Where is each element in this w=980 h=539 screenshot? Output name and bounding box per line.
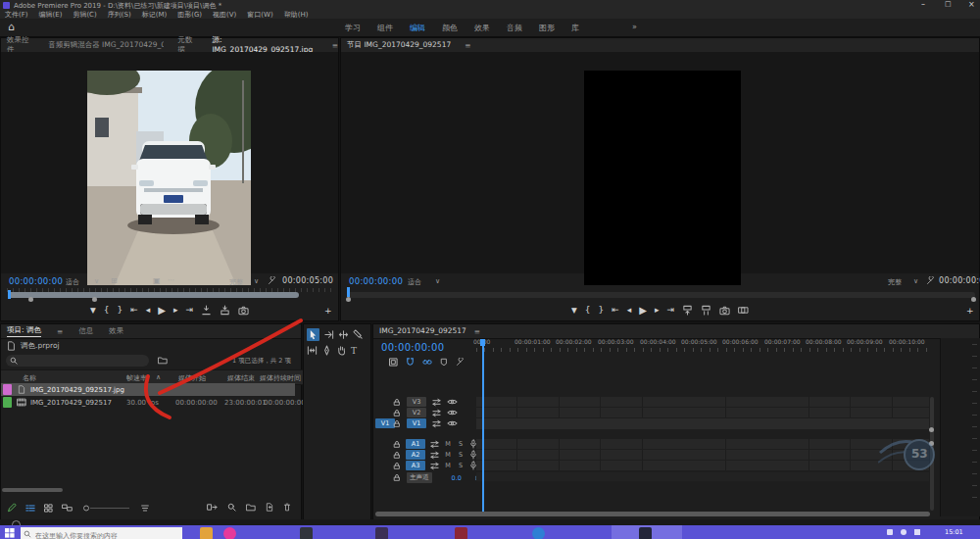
source-scroll-handle-left[interactable]	[28, 297, 33, 302]
new-bin-icon[interactable]	[246, 503, 256, 512]
sync-lock-icon[interactable]	[432, 419, 441, 428]
track-lane-v3[interactable]	[476, 397, 929, 407]
lock-icon[interactable]	[393, 451, 401, 460]
master-level-value[interactable]: 0.0	[452, 474, 462, 482]
hand-tool[interactable]	[336, 345, 347, 356]
selection-tool[interactable]	[307, 328, 319, 341]
taskbar-app-dark2[interactable]	[375, 527, 388, 539]
timeline-timecode[interactable]: 00:00:00:00	[381, 342, 444, 353]
label-color-chip[interactable]	[3, 384, 12, 395]
menu-graphics[interactable]: 图形(G)	[177, 10, 202, 20]
source-scroll-handle-right[interactable]	[92, 297, 97, 302]
timeline-vscrollbar[interactable]	[930, 397, 934, 511]
column-name[interactable]: 名称	[23, 373, 36, 383]
go-to-in-button[interactable]: ⇤	[612, 306, 619, 315]
menu-file[interactable]: 文件(F)	[5, 10, 28, 20]
zoom-slider[interactable]	[82, 504, 131, 513]
close-button[interactable]: ×	[968, 0, 975, 9]
source-quality-dropdown-icon[interactable]: ∨	[254, 277, 259, 285]
source-zoom-dropdown-icon[interactable]: ∨	[94, 277, 99, 285]
source-playhead[interactable]	[8, 290, 11, 299]
linked-selection-icon[interactable]	[422, 358, 432, 367]
track-header-master[interactable]: 主声道 0.0 ⋈	[393, 472, 482, 483]
track-select-forward-tool[interactable]	[323, 329, 334, 340]
writable-pencil-icon[interactable]	[7, 503, 17, 513]
track-label[interactable]: A2	[406, 450, 425, 460]
menu-view[interactable]: 视图(V)	[213, 10, 236, 20]
sync-lock-icon[interactable]	[430, 451, 439, 460]
track-visibility-eye-icon[interactable]	[447, 409, 458, 416]
workspace-tab-graphics[interactable]: 图形	[539, 23, 555, 33]
track-header-a2[interactable]: A2 M S	[393, 450, 477, 460]
workspace-tab-libraries[interactable]: 库	[571, 23, 579, 33]
project-row-sequence[interactable]: IMG_20170429_092517 30.00 fps 00:00:00:0…	[1, 396, 295, 409]
source-settings-wrench-icon[interactable]	[268, 276, 276, 285]
program-settings-wrench-icon[interactable]	[926, 276, 935, 285]
source-display-mode-button[interactable]: ▣	[153, 276, 161, 285]
column-framerate[interactable]: 帧速率	[126, 373, 147, 383]
lock-icon[interactable]	[393, 409, 401, 417]
add-marker-button[interactable]: ▼	[90, 307, 96, 315]
snap-magnet-icon[interactable]	[406, 358, 415, 367]
lock-icon[interactable]	[393, 473, 401, 482]
source-zoom-select[interactable]: 适合	[66, 277, 79, 287]
timeline-hscrollbar[interactable]	[375, 512, 930, 516]
workspace-overflow-icon[interactable]: »	[632, 23, 637, 31]
vscroll-handle-bottom[interactable]	[929, 441, 934, 446]
track-header-v3[interactable]: V3	[393, 397, 458, 407]
nest-toggle-icon[interactable]	[389, 358, 398, 367]
taskbar-app-blue[interactable]	[532, 527, 545, 539]
track-visibility-eye-icon[interactable]	[447, 419, 458, 427]
vscroll-handle-top[interactable]	[929, 427, 934, 432]
lock-icon[interactable]	[393, 419, 401, 428]
type-tool[interactable]: T	[351, 346, 357, 356]
menu-window[interactable]: 窗口(W)	[247, 10, 272, 20]
razor-tool[interactable]	[353, 329, 364, 340]
workspace-tab-effects[interactable]: 效果	[474, 23, 490, 33]
taskbar-app-dark1[interactable]	[300, 527, 313, 539]
list-view-icon[interactable]	[25, 504, 35, 513]
menu-edit[interactable]: 编辑(E)	[39, 10, 63, 20]
lift-button[interactable]	[682, 305, 693, 316]
track-lane-a2[interactable]	[476, 450, 929, 460]
play-button[interactable]: ▶	[158, 306, 166, 316]
track-lane-master[interactable]	[476, 472, 929, 481]
freeform-view-icon[interactable]	[62, 504, 74, 513]
add-marker-button[interactable]: ▼	[571, 307, 577, 315]
track-lane-v1[interactable]	[476, 418, 929, 429]
menu-clip[interactable]: 剪辑(C)	[73, 10, 96, 20]
maximize-button[interactable]: □	[945, 0, 952, 8]
track-label[interactable]: A1	[406, 439, 425, 449]
lock-icon[interactable]	[393, 462, 401, 470]
lock-icon[interactable]	[393, 398, 401, 407]
track-lane-a1[interactable]	[476, 439, 929, 449]
timeline-marker-icon[interactable]	[440, 358, 448, 367]
taskbar-app-premiere[interactable]	[639, 527, 652, 539]
timeline-playhead-line[interactable]	[482, 339, 484, 513]
label-color-chip[interactable]	[3, 397, 12, 408]
program-zoom-dropdown-icon[interactable]: ∨	[435, 277, 440, 285]
program-playhead[interactable]	[347, 287, 350, 297]
project-search-input[interactable]	[20, 355, 147, 368]
source-zoom-scrollbar[interactable]	[8, 292, 299, 298]
program-scroll-handle-right[interactable]	[971, 297, 976, 302]
panel-menu-icon[interactable]: ≡	[332, 41, 338, 50]
panel-menu-icon[interactable]: ≡	[465, 41, 470, 50]
program-zoom-scrollbar[interactable]	[347, 292, 975, 298]
source-button-editor-plus[interactable]: +	[324, 307, 332, 316]
lock-icon[interactable]	[393, 440, 401, 449]
go-to-out-button[interactable]: ⇥	[667, 306, 675, 315]
mark-out-button[interactable]: }	[598, 306, 604, 315]
automate-to-sequence-icon[interactable]	[207, 503, 218, 512]
pen-tool[interactable]	[321, 345, 332, 356]
panel-menu-icon[interactable]: ≡	[474, 327, 480, 336]
track-header-v1[interactable]: V1	[393, 418, 458, 428]
step-forward-button[interactable]: ▸	[173, 306, 178, 315]
workspace-tab-assembly[interactable]: 组件	[377, 23, 393, 33]
sort-ascending-icon[interactable]: ∧	[156, 373, 161, 381]
workspace-tab-editing[interactable]: 编辑	[410, 23, 425, 33]
track-lane-v2[interactable]	[476, 408, 929, 417]
icon-view-icon[interactable]	[44, 504, 53, 513]
solo-button[interactable]: S	[457, 440, 465, 448]
project-row-still[interactable]: IMG_20170429_092517.jpg	[1, 383, 295, 396]
